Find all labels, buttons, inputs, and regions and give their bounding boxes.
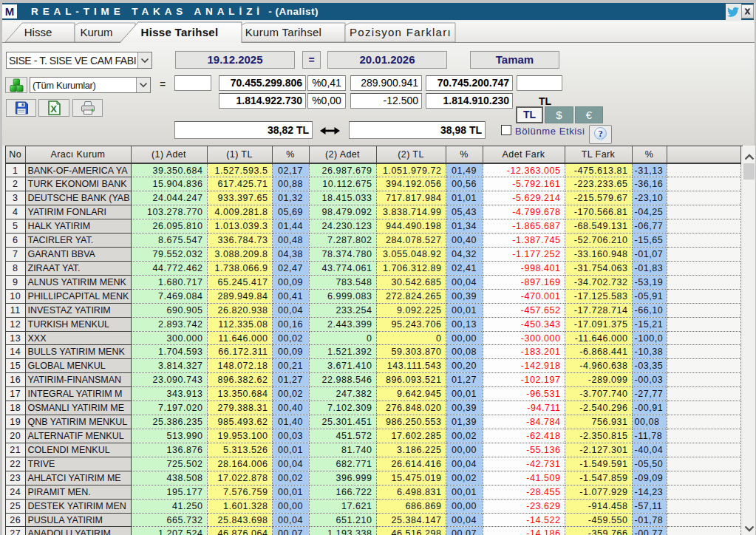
svg-text:Hisse: Hisse <box>24 26 52 38</box>
svg-text:Pozisyon Farkları: Pozisyon Farkları <box>350 26 452 38</box>
svg-text:X: X <box>50 103 57 115</box>
svg-text:?: ? <box>598 129 602 139</box>
svg-text:Kurum: Kurum <box>80 26 112 38</box>
svg-text:Hisse Tarihsel: Hisse Tarihsel <box>141 26 219 38</box>
svg-text:Kurum Tarihsel: Kurum Tarihsel <box>245 26 321 38</box>
